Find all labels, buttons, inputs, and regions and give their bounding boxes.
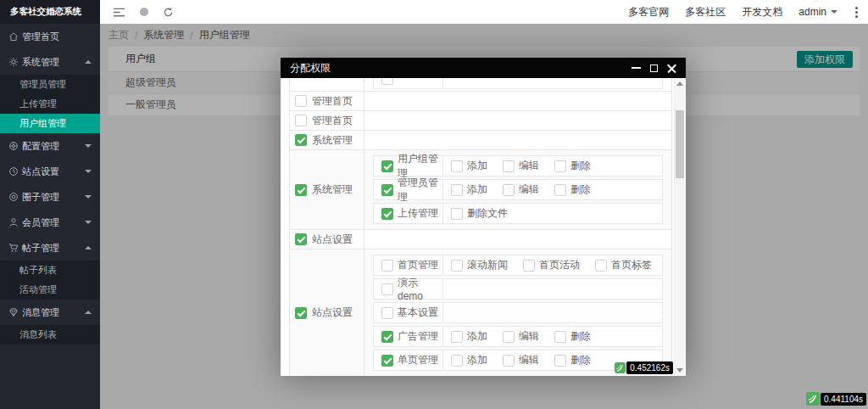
checkbox-unchecked[interactable] xyxy=(381,78,393,85)
permission-subcell-right xyxy=(443,303,662,322)
permission-label: 管理员管理 xyxy=(398,176,442,204)
checkbox-checked[interactable] xyxy=(295,233,307,245)
checkbox-unchecked[interactable] xyxy=(554,160,566,172)
topbar-right: 多客官网 多客社区 开发文档 admin xyxy=(628,5,868,20)
scroll-up-icon[interactable] xyxy=(676,81,683,86)
modal-scrollbar[interactable] xyxy=(674,78,685,376)
permission-label: 管理首页 xyxy=(312,94,353,109)
checkbox-unchecked[interactable] xyxy=(451,208,463,220)
sidebar-subitem-活动管理[interactable]: 活动管理 xyxy=(0,280,100,300)
scroll-down-icon[interactable] xyxy=(676,368,683,373)
checkbox-unchecked[interactable] xyxy=(295,95,307,107)
checkbox-unchecked[interactable] xyxy=(451,260,463,272)
checkbox-unchecked[interactable] xyxy=(381,260,393,272)
topbar-link[interactable]: 开发文档 xyxy=(742,5,782,20)
checkbox-unchecked[interactable] xyxy=(451,160,463,172)
checkbox-unchecked[interactable] xyxy=(554,331,566,343)
checkbox-unchecked[interactable] xyxy=(503,331,515,343)
chevron-up-icon xyxy=(85,60,92,64)
checkbox-unchecked[interactable] xyxy=(503,160,515,172)
checkbox-checked[interactable] xyxy=(295,134,307,146)
close-icon[interactable] xyxy=(667,64,676,73)
collapse-menu-icon[interactable] xyxy=(113,7,125,18)
maximize-icon[interactable] xyxy=(650,64,658,72)
topbar-icons xyxy=(100,7,174,18)
posts-icon xyxy=(8,243,19,253)
sidebar-submenu: 管理员管理上传管理用户组管理 xyxy=(0,75,100,133)
checkbox-unchecked[interactable] xyxy=(595,260,607,272)
permission-subcell-left xyxy=(374,78,443,88)
sidebar-subitem-消息列表[interactable]: 消息列表 xyxy=(0,325,100,345)
sidebar-subitem-帖子列表[interactable]: 帖子列表 xyxy=(0,261,100,280)
modal-controls xyxy=(632,64,676,73)
permission-subcell-left: 管理员管理 xyxy=(374,180,443,199)
site-icon xyxy=(8,166,19,176)
permission-action-label: 编辑 xyxy=(519,329,539,344)
permission-action-label: 添加 xyxy=(467,329,487,344)
permission-label: 上传管理 xyxy=(398,206,438,221)
checkbox-checked[interactable] xyxy=(381,184,393,196)
sidebar-item-会员管理[interactable]: 会员管理 xyxy=(0,210,100,235)
minimize-icon[interactable] xyxy=(632,67,641,69)
scrollbar-thumb[interactable] xyxy=(676,110,684,178)
checkbox-checked[interactable] xyxy=(381,331,393,343)
permission-row-系统管理: 系统管理用户组管理添加编辑删除管理员管理添加编辑删除上传管理删除文件 xyxy=(290,150,671,230)
permission-subcell-left: 演示demo xyxy=(374,279,443,299)
permission-action-label: 添加 xyxy=(467,159,487,173)
permission-action-添加: 添加 xyxy=(451,329,487,344)
permission-action-添加: 添加 xyxy=(451,353,487,367)
permission-subcell-right xyxy=(443,279,662,299)
permission-subcell-right: 滚动新闻首页活动首页标签 xyxy=(443,255,662,275)
checkbox-unchecked[interactable] xyxy=(381,307,393,319)
sidebar-item-圈子管理[interactable]: 圈子管理 xyxy=(0,184,100,210)
user-menu[interactable]: admin xyxy=(798,6,837,18)
checkbox-checked[interactable] xyxy=(295,184,307,196)
permission-action-label: 添加 xyxy=(467,353,487,367)
checkbox-unchecked[interactable] xyxy=(523,260,535,272)
modal-body: 管理首页管理首页系统管理系统管理用户组管理添加编辑删除管理员管理添加编辑删除上传… xyxy=(281,78,686,376)
status-dot-icon[interactable] xyxy=(140,8,148,16)
permission-action-label: 添加 xyxy=(467,182,487,197)
sidebar-item-管理首页[interactable]: 管理首页 xyxy=(0,24,100,49)
checkbox-unchecked[interactable] xyxy=(503,355,515,367)
more-options-icon[interactable] xyxy=(854,5,860,20)
modal-title: 分配权限 xyxy=(290,61,331,76)
checkbox-checked[interactable] xyxy=(381,208,393,220)
permission-subcell-right: 删除文件 xyxy=(443,204,662,223)
permission-subrow-上传管理: 上传管理删除文件 xyxy=(373,203,663,224)
checkbox-unchecked[interactable] xyxy=(554,184,566,196)
permission-cell-left: 系统管理 xyxy=(290,131,364,149)
checkbox-unchecked[interactable] xyxy=(554,355,566,367)
checkbox-checked[interactable] xyxy=(381,355,393,367)
sidebar-item-配置管理[interactable]: 配置管理 xyxy=(0,133,100,159)
checkbox-unchecked[interactable] xyxy=(295,115,307,126)
sidebar-item-站点设置[interactable]: 站点设置 xyxy=(0,159,100,184)
page-loadtime-badge: 0.441104s xyxy=(806,392,866,406)
checkbox-unchecked[interactable] xyxy=(451,355,463,367)
checkbox-unchecked[interactable] xyxy=(451,184,463,196)
refresh-icon[interactable] xyxy=(163,7,174,18)
permission-label: 广告管理 xyxy=(398,329,438,344)
sidebar-item-系统管理[interactable]: 系统管理 xyxy=(0,49,100,75)
permission-action-删除: 删除 xyxy=(554,182,591,197)
chevron-up-icon xyxy=(85,246,92,249)
sidebar-item-消息管理[interactable]: 消息管理 xyxy=(0,300,100,325)
sidebar-subitem-上传管理[interactable]: 上传管理 xyxy=(0,94,100,114)
checkbox-checked[interactable] xyxy=(295,307,307,319)
checkbox-unchecked[interactable] xyxy=(503,184,515,196)
sidebar-subitem-用户组管理[interactable]: 用户组管理 xyxy=(0,114,100,133)
permission-row-管理首页: 管理首页 xyxy=(290,92,671,111)
permission-action-label: 滚动新闻 xyxy=(467,258,508,272)
sidebar-item-label: 消息管理 xyxy=(22,306,59,319)
sidebar-item-帖子管理[interactable]: 帖子管理 xyxy=(0,235,100,261)
topbar-link[interactable]: 多客社区 xyxy=(685,5,726,20)
permission-row-系统管理: 系统管理 xyxy=(290,131,671,150)
permission-cell-left: 管理首页 xyxy=(290,92,364,110)
sidebar-subitem-管理员管理[interactable]: 管理员管理 xyxy=(0,75,100,94)
member-icon xyxy=(8,217,19,227)
checkbox-unchecked[interactable] xyxy=(381,283,393,295)
topbar-link[interactable]: 多客官网 xyxy=(628,5,669,20)
chevron-down-icon xyxy=(85,221,92,224)
checkbox-checked[interactable] xyxy=(381,160,393,172)
checkbox-unchecked[interactable] xyxy=(451,331,463,343)
